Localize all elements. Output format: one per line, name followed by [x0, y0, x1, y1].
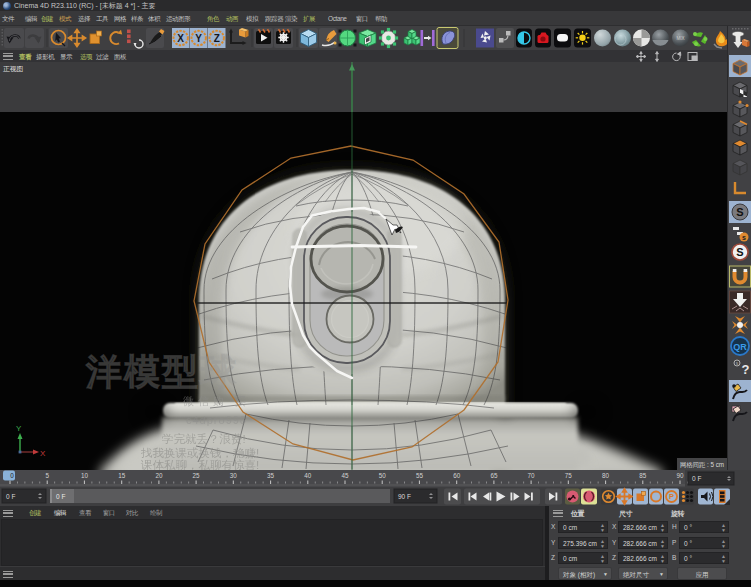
- svg-text:25: 25: [193, 472, 201, 479]
- svg-text:Y: Y: [16, 424, 22, 433]
- svg-text:c4dpro998: c4dpro998: [186, 414, 247, 426]
- svg-text:90 F: 90 F: [398, 493, 411, 500]
- svg-text:55: 55: [416, 472, 424, 479]
- svg-text:45: 45: [341, 472, 349, 479]
- svg-text:0: 0: [10, 472, 14, 479]
- svg-text:50: 50: [379, 472, 387, 479]
- svg-text:80: 80: [602, 472, 610, 479]
- svg-text:85: 85: [639, 472, 647, 479]
- svg-text:65: 65: [490, 472, 498, 479]
- svg-text:s: s: [742, 234, 746, 241]
- svg-text:学完就丢？浪费!: 学完就丢？浪费!: [162, 433, 246, 445]
- svg-text:Z: Z: [214, 33, 220, 44]
- svg-text:P: P: [669, 492, 674, 501]
- svg-text:30: 30: [230, 472, 238, 479]
- svg-text:课体私聊，私聊有惊喜!: 课体私聊，私聊有惊喜!: [140, 459, 259, 470]
- svg-text:Y: Y: [195, 33, 202, 44]
- svg-text:40: 40: [304, 472, 312, 479]
- svg-text:X: X: [177, 33, 184, 44]
- svg-text:X: X: [40, 449, 46, 458]
- svg-text:0 F: 0 F: [56, 493, 65, 500]
- svg-text:微信购 买: 微信购 买: [183, 395, 250, 407]
- svg-text:20: 20: [155, 472, 163, 479]
- svg-text:网格间距 : 5 cm: 网格间距 : 5 cm: [680, 461, 724, 469]
- svg-text:10: 10: [81, 472, 89, 479]
- svg-text:15: 15: [118, 472, 126, 479]
- svg-text:5: 5: [45, 472, 49, 479]
- svg-text:35: 35: [267, 472, 275, 479]
- svg-text:MIX: MIX: [676, 36, 684, 41]
- svg-text:QR: QR: [733, 342, 747, 352]
- svg-text:75: 75: [565, 472, 573, 479]
- svg-text:洋模型球: 洋模型球: [85, 351, 238, 392]
- svg-text:0 F: 0 F: [692, 475, 701, 482]
- svg-text:找我换课或换钱，稳赚!: 找我换课或换钱，稳赚!: [140, 447, 259, 459]
- svg-text:0 F: 0 F: [6, 493, 15, 500]
- svg-text:S: S: [736, 246, 743, 258]
- svg-text:90: 90: [676, 472, 684, 479]
- svg-text:?: ?: [742, 362, 750, 377]
- svg-text:S: S: [736, 206, 743, 218]
- svg-text:60: 60: [453, 472, 461, 479]
- svg-text:70: 70: [528, 472, 536, 479]
